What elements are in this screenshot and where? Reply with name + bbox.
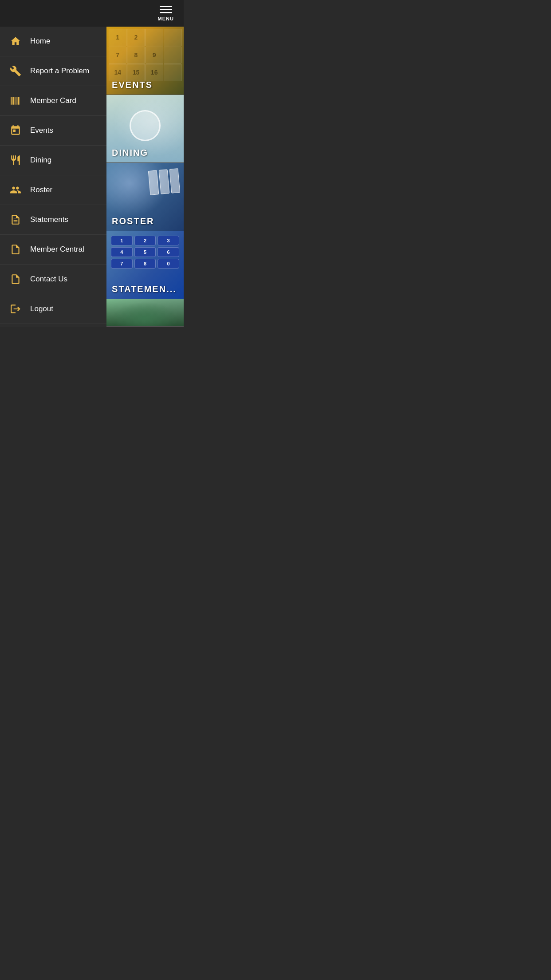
nav-item-roster[interactable]: Roster — [0, 175, 106, 205]
calc-key: 5 — [134, 247, 156, 257]
contact-icon — [9, 273, 22, 286]
home-icon — [9, 35, 22, 48]
calendar-grid: 1 2 7 8 9 14 15 16 — [109, 29, 181, 81]
nav-item-dining[interactable]: Dining — [0, 146, 106, 175]
tile-roster-label: ROSTER — [112, 216, 154, 226]
nav-label-events: Events — [30, 126, 53, 135]
menu-line-3 — [160, 12, 172, 13]
nav-item-logout[interactable]: Logout — [0, 294, 106, 324]
cal-cell: 7 — [109, 47, 126, 64]
people-icon — [9, 183, 22, 197]
cal-cell — [146, 29, 163, 46]
menu-line-1 — [160, 6, 172, 7]
tile-events-label: EVENTS — [112, 80, 153, 90]
calc-key: 4 — [111, 247, 133, 257]
tile-dining-label: DINING — [112, 148, 148, 158]
nav-item-home[interactable]: Home — [0, 27, 106, 56]
nav-label-logout: Logout — [30, 304, 53, 313]
fork-icon — [9, 154, 22, 167]
nav-label-home: Home — [30, 37, 50, 46]
nav-label-member-card: Member Card — [30, 96, 76, 105]
tile-dining[interactable]: DINING — [106, 95, 184, 163]
calc-key: 2 — [134, 236, 156, 245]
nav-label-dining: Dining — [30, 156, 51, 165]
nav-item-report-problem[interactable]: Report a Problem — [0, 56, 106, 86]
cal-cell — [164, 29, 181, 46]
calc-key: 7 — [111, 259, 133, 269]
nav-item-statements[interactable]: Statements — [0, 205, 106, 235]
top-bar: MENU — [0, 0, 184, 27]
nav-item-events[interactable]: Events — [0, 116, 106, 146]
cal-cell: 16 — [146, 64, 163, 81]
cal-cell — [164, 47, 181, 64]
nav-label-member-central: Member Central — [30, 245, 84, 254]
menu-icon — [160, 6, 172, 13]
right-panel: 1 2 7 8 9 14 15 16 EVENTS — [106, 27, 184, 327]
menu-button[interactable]: MENU — [153, 2, 179, 25]
logout-icon — [9, 302, 22, 316]
nav-label-statements: Statements — [30, 215, 68, 224]
calendar-icon — [9, 124, 22, 137]
cal-cell: 9 — [146, 47, 163, 64]
tile-roster[interactable]: ROSTER — [106, 163, 184, 231]
calc-key: 6 — [157, 247, 179, 257]
nav-item-member-card[interactable]: Member Card — [0, 86, 106, 116]
file-card-1 — [148, 170, 159, 195]
cal-cell: 8 — [127, 47, 145, 64]
menu-label: MENU — [158, 16, 174, 21]
calc-key: 8 — [134, 259, 156, 269]
cal-cell: 14 — [109, 64, 126, 81]
tile-aerial[interactable] — [106, 299, 184, 327]
calc-key: 0 — [157, 259, 179, 269]
calculator-keys: 1 2 3 4 5 6 7 8 0 — [109, 233, 181, 271]
tile-statements[interactable]: 1 2 3 4 5 6 7 8 0 STATEMEN... — [106, 231, 184, 300]
nav-label-roster: Roster — [30, 186, 52, 194]
tile-events[interactable]: 1 2 7 8 9 14 15 16 EVENTS — [106, 27, 184, 95]
nav-label-contact-us: Contact Us — [30, 275, 67, 284]
sidebar: Home Report a Problem Member Card — [0, 27, 106, 327]
nav-item-member-central[interactable]: Member Central — [0, 235, 106, 265]
plate-decoration — [130, 110, 161, 141]
main-content: Home Report a Problem Member Card — [0, 27, 184, 327]
statements-icon — [9, 213, 22, 226]
wrench-icon — [9, 64, 22, 78]
calc-key: 3 — [157, 236, 179, 245]
cal-cell: 1 — [109, 29, 126, 46]
cal-cell: 2 — [127, 29, 145, 46]
calc-key: 1 — [111, 236, 133, 245]
nav-label-report: Report a Problem — [30, 67, 89, 75]
file-card-2 — [159, 169, 170, 194]
file-cards-decoration — [148, 168, 181, 195]
cal-cell: 15 — [127, 64, 145, 81]
aerial-decoration — [106, 299, 184, 326]
cal-cell — [164, 64, 181, 81]
tile-statements-label: STATEMEN... — [112, 284, 177, 294]
nav-item-contact-us[interactable]: Contact Us — [0, 265, 106, 294]
app-container: MENU Home Repor — [0, 0, 184, 327]
aerial-background — [106, 299, 184, 326]
member-central-icon — [9, 243, 22, 256]
menu-line-2 — [160, 9, 172, 10]
barcode-icon — [9, 94, 22, 107]
